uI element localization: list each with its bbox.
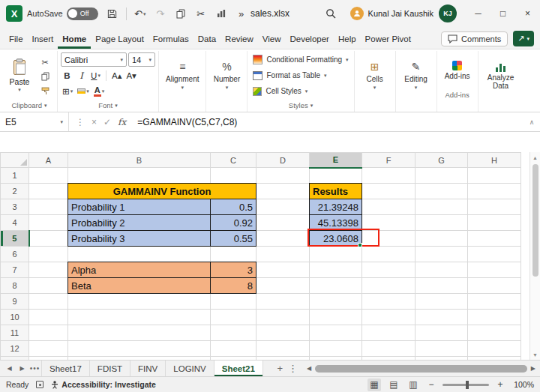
cell[interactable] <box>468 262 521 278</box>
cell[interactable] <box>416 294 468 310</box>
quick-access-overflow-button[interactable]: » <box>232 4 250 23</box>
sheet-list-button[interactable]: ••• <box>28 361 41 376</box>
column-header-C[interactable]: C <box>211 153 256 168</box>
decrease-font-size-button[interactable]: A▾ <box>124 68 137 82</box>
row-header-9[interactable]: 9 <box>1 294 29 310</box>
formula-input[interactable]: =GAMMAINV(C5,C7,C8) <box>133 112 524 131</box>
cell[interactable] <box>468 341 521 357</box>
cell[interactable] <box>29 325 68 341</box>
cell[interactable] <box>362 325 416 341</box>
status-mode[interactable]: Ready <box>6 380 28 389</box>
cell[interactable] <box>68 294 211 310</box>
cell[interactable] <box>416 341 468 357</box>
cell[interactable] <box>468 199 521 215</box>
tab-help[interactable]: Help <box>334 30 361 49</box>
cell[interactable] <box>211 341 256 357</box>
cell[interactable] <box>211 247 256 262</box>
cell[interactable] <box>29 341 68 357</box>
macro-record-icon[interactable] <box>36 381 44 388</box>
cell[interactable] <box>362 247 416 262</box>
cell[interactable] <box>310 341 362 357</box>
scrollbar-track[interactable] <box>313 361 530 376</box>
cell[interactable] <box>256 294 310 310</box>
sheet-tab-sheet17[interactable]: Sheet17 <box>41 361 90 376</box>
cell[interactable] <box>416 325 468 341</box>
cell[interactable] <box>416 168 468 184</box>
cell[interactable] <box>68 341 211 357</box>
cell[interactable] <box>362 199 416 215</box>
cell-C5[interactable]: 0.55 <box>211 231 256 247</box>
cell[interactable] <box>29 278 68 294</box>
tab-power-pivot[interactable]: Power Pivot <box>361 30 416 49</box>
scrollbar-thumb[interactable] <box>532 164 538 277</box>
cell[interactable] <box>256 310 310 325</box>
cell[interactable] <box>310 310 362 325</box>
save-button[interactable] <box>104 4 122 23</box>
cell[interactable] <box>310 357 362 361</box>
collapse-formula-bar-button[interactable]: ∧ <box>524 112 540 131</box>
copy-button[interactable] <box>38 70 52 82</box>
fill-color-button[interactable]: ▾ <box>76 84 91 98</box>
cell[interactable] <box>29 294 68 310</box>
zoom-slider-thumb[interactable] <box>466 381 469 389</box>
clipboard-group-label[interactable]: Clipboard▾ <box>4 100 54 111</box>
cell[interactable] <box>68 357 211 361</box>
autosave-toggle[interactable]: Off <box>67 7 98 20</box>
row-header-5[interactable]: 5 <box>1 231 29 247</box>
cell[interactable] <box>362 310 416 325</box>
analyze-data-button[interactable]: Analyze Data <box>482 52 520 100</box>
cell[interactable] <box>468 184 521 199</box>
row-header-4[interactable]: 4 <box>1 215 29 231</box>
tab-insert[interactable]: Insert <box>28 30 58 49</box>
new-sheet-button[interactable]: + <box>274 361 286 376</box>
cell[interactable] <box>256 231 310 247</box>
comments-button[interactable]: Comments <box>441 31 508 46</box>
column-header-D[interactable]: D <box>256 153 310 168</box>
cell[interactable] <box>211 310 256 325</box>
number-format-button[interactable]: % Number ▾ <box>209 52 244 100</box>
zoom-in-button[interactable]: + <box>495 379 506 390</box>
tab-file[interactable]: File <box>4 30 28 49</box>
cell[interactable] <box>29 215 68 231</box>
scroll-left-icon[interactable]: ◀ <box>307 365 311 372</box>
fill-handle[interactable] <box>358 243 362 247</box>
enter-formula-button[interactable]: ✓ <box>104 117 111 127</box>
editing-button[interactable]: ✎ Editing ▾ <box>399 52 434 100</box>
cell[interactable] <box>310 294 362 310</box>
cell-C3[interactable]: 0.5 <box>211 199 256 215</box>
row-header-10[interactable]: 10 <box>1 310 29 325</box>
sheet-nav-right-button[interactable]: ▶ <box>16 361 28 376</box>
cell[interactable] <box>29 199 68 215</box>
cell[interactable] <box>310 262 362 278</box>
user-avatar[interactable]: KJ <box>439 4 457 22</box>
cell[interactable] <box>468 357 521 361</box>
cell[interactable] <box>256 215 310 231</box>
cell[interactable] <box>416 310 468 325</box>
column-header-H[interactable]: H <box>468 153 521 168</box>
cell[interactable] <box>362 184 416 199</box>
copy-button[interactable] <box>172 4 190 23</box>
sheet-tab-fdist[interactable]: FDIST <box>90 361 130 376</box>
sheet-tab-sheet21[interactable]: Sheet21 <box>214 361 263 376</box>
cell[interactable] <box>468 215 521 231</box>
cell[interactable] <box>362 357 416 361</box>
row-header-8[interactable]: 8 <box>1 278 29 294</box>
cell[interactable] <box>68 247 211 262</box>
cell[interactable] <box>416 357 468 361</box>
tab-review[interactable]: Review <box>220 30 258 49</box>
cell[interactable] <box>416 278 468 294</box>
cell[interactable] <box>310 278 362 294</box>
cell[interactable] <box>416 262 468 278</box>
search-button[interactable] <box>322 4 340 23</box>
cell[interactable] <box>362 262 416 278</box>
cell[interactable] <box>29 184 68 199</box>
column-header-F[interactable]: F <box>362 153 416 168</box>
cell-B4[interactable]: Probability 2 <box>68 215 211 231</box>
select-all-button[interactable] <box>1 153 29 168</box>
cell[interactable] <box>362 294 416 310</box>
row-header-2[interactable]: 2 <box>1 184 29 199</box>
scroll-up-icon[interactable]: ▲ <box>532 152 538 163</box>
cell[interactable] <box>468 294 521 310</box>
name-box[interactable]: E5 ▾ <box>0 112 69 131</box>
normal-view-button[interactable]: ▦ <box>368 379 381 391</box>
